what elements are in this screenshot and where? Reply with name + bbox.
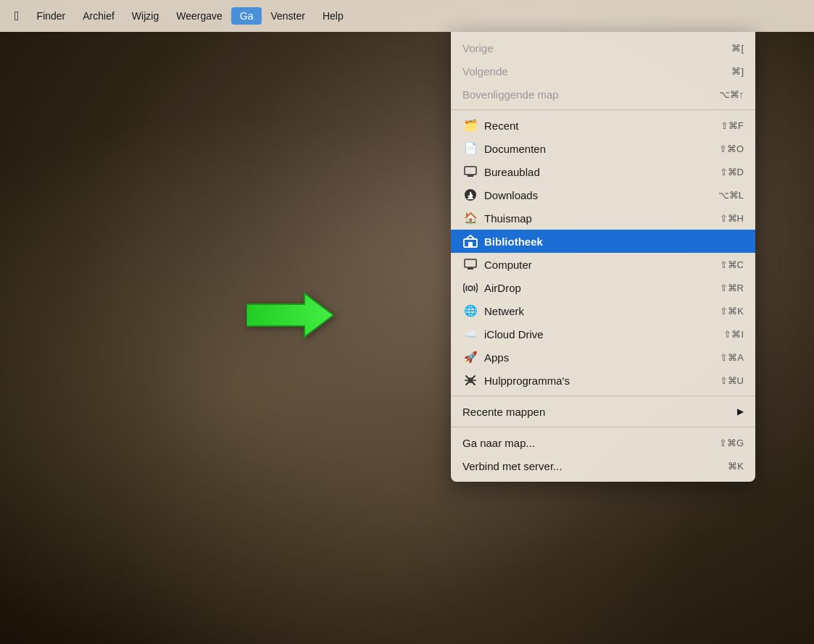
svg-rect-10 — [468, 242, 473, 247]
menubar-venster[interactable]: Venster — [262, 7, 313, 25]
netwerk-icon: 🌐 — [462, 303, 478, 319]
menu-item-airdrop[interactable]: AirDrop ⇧⌘R — [451, 276, 755, 299]
desktop:  Finder Archief Wijzig Weergave Ga Vens… — [0, 0, 814, 644]
svg-rect-11 — [465, 259, 476, 267]
computer-icon — [462, 256, 478, 272]
menu-item-apps[interactable]: 🚀 Apps ⇧⌘A — [451, 346, 755, 369]
menu-item-netwerk[interactable]: 🌐 Netwerk ⇧⌘K — [451, 299, 755, 322]
menu-item-documenten[interactable]: 📄 Documenten ⇧⌘O — [451, 137, 755, 160]
hulp-icon — [462, 372, 478, 388]
menubar:  Finder Archief Wijzig Weergave Ga Vens… — [0, 0, 814, 32]
menu-item-vorige[interactable]: Vorige ⌘[ — [451, 36, 755, 59]
menu-item-computer[interactable]: Computer ⇧⌘C — [451, 253, 755, 276]
icloud-icon: ☁️ — [462, 326, 478, 342]
menu-item-hulp[interactable]: Hulpprogramma's ⇧⌘U — [451, 369, 755, 392]
menubar-wijzig[interactable]: Wijzig — [123, 7, 167, 25]
menu-item-thuismap[interactable]: 🏠 Thuismap ⇧⌘H — [451, 206, 755, 230]
svg-rect-12 — [468, 268, 473, 269]
menu-item-bibliotheek[interactable]: Bibliotheek — [451, 230, 755, 253]
separator-1 — [451, 109, 755, 110]
airdrop-icon — [462, 280, 478, 296]
svg-marker-0 — [246, 293, 333, 337]
separator-3 — [451, 427, 755, 427]
bibliotheek-icon — [462, 233, 478, 249]
menubar-weergave[interactable]: Weergave — [167, 7, 231, 25]
recent-icon: 🗂️ — [462, 117, 478, 133]
ga-dropdown-menu: Vorige ⌘[ Volgende ⌘] Bovenliggende map … — [451, 32, 755, 482]
menu-item-bureaublad[interactable]: Bureaublad ⇧⌘D — [451, 160, 755, 183]
menubar-archief[interactable]: Archief — [74, 7, 123, 25]
menu-item-recente-mappen[interactable]: Recente mappen ▶ — [451, 400, 755, 423]
menubar-ga[interactable]: Ga — [231, 7, 262, 25]
menu-item-volgende[interactable]: Volgende ⌘] — [451, 59, 755, 83]
svg-point-13 — [468, 286, 473, 290]
apple-menu[interactable]:  — [6, 6, 28, 27]
menu-item-ga-naar-map[interactable]: Ga naar map... ⇧⌘G — [451, 431, 755, 454]
apps-icon: 🚀 — [462, 349, 478, 365]
menubar-help[interactable]: Help — [314, 7, 352, 25]
menubar-finder[interactable]: Finder — [28, 7, 75, 25]
menu-item-verbind-server[interactable]: Verbind met server... ⌘K — [451, 454, 755, 477]
menu-item-bovenliggende[interactable]: Bovenliggende map ⌥⌘↑ — [451, 83, 755, 106]
documenten-icon: 📄 — [462, 141, 478, 156]
menu-item-icloud[interactable]: ☁️ iCloud Drive ⇧⌘I — [451, 322, 755, 346]
submenu-arrow: ▶ — [737, 406, 744, 417]
green-arrow-indicator — [246, 286, 333, 344]
separator-2 — [451, 396, 755, 396]
menu-item-downloads[interactable]: Downloads ⌥⌘L — [451, 183, 755, 206]
bureaublad-icon — [462, 164, 478, 180]
svg-rect-2 — [468, 175, 473, 177]
svg-rect-1 — [465, 167, 476, 175]
menu-item-recent[interactable]: 🗂️ Recent ⇧⌘F — [451, 114, 755, 137]
thuismap-icon: 🏠 — [462, 210, 478, 226]
downloads-icon — [462, 187, 478, 203]
